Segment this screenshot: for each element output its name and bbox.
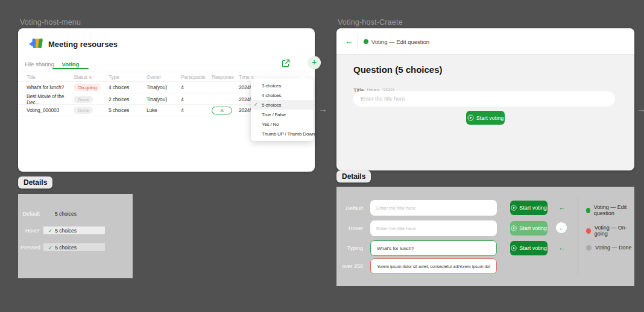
dropdown-item-pressed-sample[interactable]: ✓ 5 choices [43, 243, 105, 251]
title-input[interactable] [353, 91, 615, 107]
status-edit-question: Voting — Edit question [586, 204, 634, 216]
check-icon: ✓ [48, 245, 52, 251]
active-tab-underline [52, 68, 89, 69]
cell-owner: Luke [147, 107, 181, 113]
cell-owner: Tina(you) [147, 96, 181, 102]
header-divider [357, 34, 358, 49]
menu-item-true-false[interactable]: True / False [251, 110, 314, 119]
play-icon [511, 205, 517, 211]
play-icon [511, 225, 517, 231]
sort-icon[interactable]: ⇅ [89, 75, 92, 80]
tab-file-sharing[interactable]: File sharing [25, 61, 54, 67]
menu-item-yes-no[interactable]: Yes / No [251, 119, 314, 129]
status-done: Voting — Done [586, 245, 632, 251]
title-input-typing[interactable] [370, 240, 497, 256]
start-voting-button-typing[interactable]: Start voting [510, 241, 548, 255]
flow-arrow-icon: → [318, 104, 327, 114]
back-button-hover[interactable]: ← [556, 222, 567, 233]
cell-type: 4 choices [109, 84, 147, 90]
left-details-panel: Default 5 choices Hover ✓ 5 choices Pres… [18, 194, 133, 278]
create-card-header: ← Voting — Edit question [336, 28, 634, 55]
question-title: Question (5 choices) [353, 64, 443, 75]
title-input-hover[interactable] [370, 220, 497, 236]
voting-create-card: ← Voting — Edit question Question (5 cho… [336, 28, 634, 170]
left-frame-title: Voting-host-menu [20, 18, 81, 27]
tab-voting[interactable]: Voting [52, 61, 89, 67]
meeting-resources-logo-icon [29, 36, 43, 51]
details-divider [578, 198, 578, 276]
cell-type: 2 choices [109, 96, 147, 102]
state-label-default: Default [21, 211, 40, 217]
state-label-over-256: over 256 [336, 263, 363, 269]
flow-arrow-icon: → [637, 104, 644, 114]
col-response: Response [212, 74, 239, 80]
col-type: Type [109, 74, 147, 80]
back-button-typing[interactable]: ← [558, 243, 566, 252]
status-dot-gray [586, 245, 592, 251]
status-ongoing: Voting — On-going [586, 225, 634, 237]
status-badge: Done [74, 107, 93, 114]
check-icon: ✓ [254, 102, 258, 107]
dropdown-item-default-sample[interactable]: 5 choices [55, 211, 77, 217]
status-badge: Done [74, 96, 93, 103]
menu-item-5-choices[interactable]: ✓5 choices [251, 100, 314, 110]
state-label-default: Default [336, 205, 363, 211]
cell-title: Best Movie of the Dec... [27, 93, 74, 105]
menu-item-4-choices[interactable]: 4 choices [251, 90, 314, 100]
start-voting-button[interactable]: Start voting [466, 111, 505, 125]
cell-owner: Tina(you) [147, 84, 181, 90]
status-dot-green [364, 39, 368, 44]
export-icon[interactable] [281, 58, 291, 68]
title-input-over-256[interactable] [370, 258, 497, 274]
menu-item-3-choices[interactable]: 3 choices [251, 81, 314, 90]
cell-type: 5 choices [109, 107, 147, 113]
details-label: Details [18, 176, 52, 189]
cell-participants: 4 [181, 96, 212, 102]
state-label-hover: Hover [336, 225, 363, 231]
menu-item-thumbs[interactable]: Thumb UP / Thumb Down [251, 129, 314, 139]
details-label: Details [336, 170, 371, 183]
add-voting-button[interactable]: + [308, 56, 321, 69]
title-input-default[interactable] [370, 200, 497, 216]
cell-title: What's for lunch? [27, 84, 74, 90]
state-label-pressed: Pressed [21, 245, 40, 251]
col-participants: Particpants [181, 74, 212, 80]
check-icon: ✓ [48, 228, 52, 234]
col-owner: Owner [147, 74, 181, 80]
start-voting-button-hover[interactable]: Start voting [510, 221, 548, 236]
status-badge: On-going [74, 84, 101, 91]
dropdown-item-hover-sample[interactable]: ✓ 5 choices [43, 226, 105, 234]
col-title: Title [27, 74, 74, 80]
status-dot-red [586, 228, 591, 234]
right-details-panel: Default Start voting ← Voting — Edit que… [336, 187, 634, 286]
col-status: Status⇅ [74, 74, 109, 80]
status-dot-green [586, 208, 590, 213]
play-icon [511, 245, 517, 251]
start-voting-button-default[interactable]: Start voting [510, 201, 548, 215]
breadcrumb: Voting — Edit question [371, 39, 429, 45]
app-title: Meeting resourses [48, 40, 118, 49]
cell-participants: 4 [181, 84, 212, 90]
state-label-hover: Hover [21, 228, 40, 234]
back-button[interactable]: ← [345, 37, 353, 46]
play-icon [467, 114, 474, 121]
state-label-typing: Typing [336, 245, 363, 251]
choices-dropdown-menu: 3 choices 4 choices ✓5 choices True / Fa… [251, 78, 314, 141]
right-frame-title: Voting-host-Craete [338, 18, 403, 27]
response-badge: A [212, 107, 232, 114]
cell-participants: 4 [181, 107, 212, 113]
cell-title: Voting_000003 [27, 107, 74, 113]
back-button-default[interactable]: ← [558, 203, 566, 211]
